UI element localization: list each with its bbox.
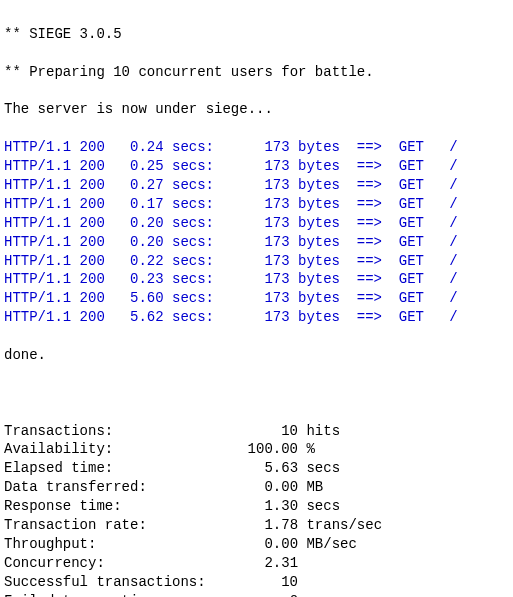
- stat-unit: %: [298, 440, 315, 459]
- method: GET: [399, 176, 433, 195]
- arrow-icon: ==>: [357, 176, 391, 195]
- method: GET: [399, 138, 433, 157]
- bytes-label: bytes: [298, 157, 357, 176]
- stat-value: 10: [206, 422, 298, 441]
- proto: HTTP/1.1: [4, 252, 80, 271]
- bytes: 173: [256, 252, 290, 271]
- method: GET: [399, 195, 433, 214]
- secs-label: secs:: [172, 214, 222, 233]
- bytes: 173: [256, 270, 290, 289]
- secs-label: secs:: [172, 138, 222, 157]
- secs-label: secs:: [172, 289, 222, 308]
- method: GET: [399, 214, 433, 233]
- stat-label: Response time:: [4, 497, 206, 516]
- stat-unit: trans/sec: [298, 516, 382, 535]
- status: 200: [80, 214, 114, 233]
- method: GET: [399, 157, 433, 176]
- status: 200: [80, 138, 114, 157]
- arrow-icon: ==>: [357, 252, 391, 271]
- stat-label: Elapsed time:: [4, 459, 206, 478]
- bytes-label: bytes: [298, 233, 357, 252]
- bytes-label: bytes: [298, 195, 357, 214]
- http-request-row: HTTP/1.12005.62 secs:173 bytes==> GET/: [4, 308, 509, 327]
- proto: HTTP/1.1: [4, 176, 80, 195]
- stat-unit: secs: [298, 497, 340, 516]
- stat-unit: MB/sec: [298, 535, 357, 554]
- arrow-icon: ==>: [357, 289, 391, 308]
- stat-label: Data transferred:: [4, 478, 206, 497]
- method: GET: [399, 233, 433, 252]
- path: /: [449, 195, 457, 214]
- stat-row: Elapsed time:5.63secs: [4, 459, 509, 478]
- bytes: 173: [256, 308, 290, 327]
- secs: 0.23: [113, 270, 163, 289]
- stat-value: 1.30: [206, 497, 298, 516]
- stat-unit: hits: [298, 422, 340, 441]
- bytes: 173: [256, 138, 290, 157]
- stat-row: Transactions:10hits: [4, 422, 509, 441]
- arrow-icon: ==>: [357, 195, 391, 214]
- blank-line: [4, 384, 509, 403]
- http-request-row: HTTP/1.12000.24 secs:173 bytes==> GET/: [4, 138, 509, 157]
- stat-row: Concurrency:2.31: [4, 554, 509, 573]
- http-request-row: HTTP/1.12000.25 secs:173 bytes==> GET/: [4, 157, 509, 176]
- status: 200: [80, 308, 114, 327]
- secs-label: secs:: [172, 195, 222, 214]
- stat-unit: MB: [298, 478, 323, 497]
- secs-label: secs:: [172, 233, 222, 252]
- path: /: [449, 138, 457, 157]
- proto: HTTP/1.1: [4, 157, 80, 176]
- secs-label: secs:: [172, 157, 222, 176]
- path: /: [449, 308, 457, 327]
- proto: HTTP/1.1: [4, 214, 80, 233]
- terminal-output: ** SIEGE 3.0.5 ** Preparing 10 concurren…: [0, 0, 513, 597]
- secs-label: secs:: [172, 252, 222, 271]
- status: 200: [80, 157, 114, 176]
- secs: 5.62: [113, 308, 163, 327]
- stat-value: 0.00: [206, 478, 298, 497]
- status: 200: [80, 233, 114, 252]
- bytes: 173: [256, 214, 290, 233]
- proto: HTTP/1.1: [4, 138, 80, 157]
- arrow-icon: ==>: [357, 308, 391, 327]
- proto: HTTP/1.1: [4, 195, 80, 214]
- stat-unit: secs: [298, 459, 340, 478]
- stat-value: 2.31: [206, 554, 298, 573]
- stat-row: Data transferred:0.00MB: [4, 478, 509, 497]
- bytes-label: bytes: [298, 289, 357, 308]
- stat-value: 10: [206, 573, 298, 592]
- bytes-label: bytes: [298, 308, 357, 327]
- stats-list: Transactions:10hitsAvailability:100.00%E…: [4, 422, 509, 597]
- stat-row: Transaction rate:1.78trans/sec: [4, 516, 509, 535]
- stat-label: Availability:: [4, 440, 206, 459]
- http-request-row: HTTP/1.12000.27 secs:173 bytes==> GET/: [4, 176, 509, 195]
- secs-label: secs:: [172, 270, 222, 289]
- status: 200: [80, 176, 114, 195]
- status: 200: [80, 270, 114, 289]
- bytes: 173: [256, 195, 290, 214]
- bytes: 173: [256, 176, 290, 195]
- method: GET: [399, 252, 433, 271]
- method: GET: [399, 308, 433, 327]
- secs: 0.27: [113, 176, 163, 195]
- stat-label: Transaction rate:: [4, 516, 206, 535]
- stat-row: Successful transactions:10: [4, 573, 509, 592]
- stat-label: Transactions:: [4, 422, 206, 441]
- secs-label: secs:: [172, 176, 222, 195]
- bytes-label: bytes: [298, 138, 357, 157]
- arrow-icon: ==>: [357, 214, 391, 233]
- secs-label: secs:: [172, 308, 222, 327]
- proto: HTTP/1.1: [4, 289, 80, 308]
- secs: 0.20: [113, 233, 163, 252]
- proto: HTTP/1.1: [4, 308, 80, 327]
- stat-value: 0.00: [206, 535, 298, 554]
- bytes: 173: [256, 157, 290, 176]
- status: 200: [80, 252, 114, 271]
- bytes-label: bytes: [298, 252, 357, 271]
- http-request-row: HTTP/1.12005.60 secs:173 bytes==> GET/: [4, 289, 509, 308]
- path: /: [449, 157, 457, 176]
- method: GET: [399, 289, 433, 308]
- header-line-3: The server is now under siege...: [4, 100, 509, 119]
- arrow-icon: ==>: [357, 157, 391, 176]
- proto: HTTP/1.1: [4, 270, 80, 289]
